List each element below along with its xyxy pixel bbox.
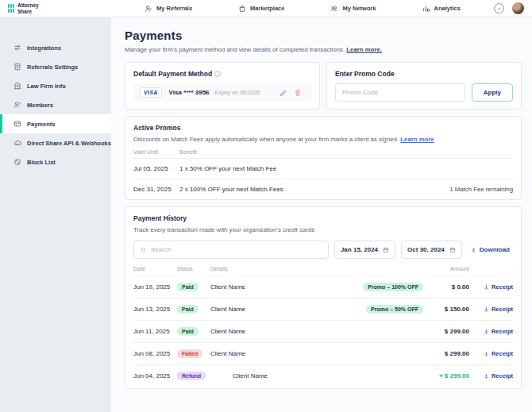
page-title: Payments xyxy=(125,29,522,42)
history-controls: Jan 15, 2024 Oct 30, 2024 Download xyxy=(133,241,513,259)
support-chat-icon[interactable]: = xyxy=(494,3,504,13)
marketplace-bag-icon xyxy=(238,5,246,13)
sidebar-item-label: Law Firm Info xyxy=(27,83,66,90)
receipt-link[interactable]: Receipt xyxy=(484,283,513,291)
brand-logo[interactable]: Attorney Share xyxy=(8,2,111,13)
edit-card-button[interactable] xyxy=(276,89,291,97)
nav-analytics[interactable]: Analytics xyxy=(422,5,461,13)
nav-label: My Network xyxy=(342,5,376,12)
sidebar-item-block-list[interactable]: Block List xyxy=(0,152,111,171)
cell-amount: $ 299.00 xyxy=(423,328,469,335)
nav-marketplace[interactable]: Marketplace xyxy=(238,5,284,13)
column-status: Status xyxy=(177,266,210,271)
download-label: Download xyxy=(480,246,510,253)
integrations-icon xyxy=(13,44,21,52)
card-expiry-label: Expiry on 08/2026 xyxy=(215,90,276,95)
sidebar-item-law-firm-info[interactable]: Law Firm Info xyxy=(0,76,111,95)
column-date: Date xyxy=(133,266,177,271)
date-from-value: Jan 15, 2024 xyxy=(341,246,378,253)
history-table-header: Date Status Details Amount xyxy=(133,266,513,275)
cell-amount: + $ 299.00 xyxy=(423,372,469,379)
cloud-api-icon xyxy=(13,139,21,147)
sidebar-item-direct-share-api[interactable]: Direct Share API & Webhooks xyxy=(0,133,111,152)
sidebar-item-referrals-settings[interactable]: Referrals Settings xyxy=(0,57,111,76)
promo-code-card: Enter Promo Code Apply xyxy=(326,62,522,110)
promo-code-input[interactable] xyxy=(335,83,465,102)
payment-history-table: Date Status Details Amount Jun 19, 2025 … xyxy=(133,266,513,387)
apply-promo-button[interactable]: Apply xyxy=(472,83,513,102)
active-promos-table: Valid Until Benefit Jul 05, 2025 1 x 50%… xyxy=(133,149,513,199)
brand-name-line1: Attorney xyxy=(17,2,39,8)
search-icon xyxy=(141,247,147,253)
search-box[interactable] xyxy=(133,241,329,259)
table-row: Jun 04, 2025 Refund Client Name + $ 299.… xyxy=(133,364,513,387)
table-row: Jun 13, 2025 Paid Client Name Promo – 50… xyxy=(133,298,513,320)
calendar-icon xyxy=(449,247,456,253)
payment-history-description: Track every transaction made with your o… xyxy=(133,226,513,233)
status-badge: Paid xyxy=(177,327,199,336)
nav-label: Analytics xyxy=(434,5,461,12)
delete-card-button[interactable] xyxy=(291,89,305,97)
sidebar-item-members[interactable]: Members xyxy=(0,95,111,114)
cell-date: Jun 08, 2025 xyxy=(133,350,177,357)
sidebar-item-label: Referrals Settings xyxy=(27,64,78,71)
download-icon xyxy=(471,247,476,252)
sidebar-item-integrations[interactable]: Integrations xyxy=(0,38,111,57)
building-icon xyxy=(13,82,21,90)
nav-my-network[interactable]: My Network xyxy=(330,5,376,13)
promo-badge: Promo – 50% OFF xyxy=(366,305,423,314)
cell-date: Jun 11, 2025 xyxy=(133,328,177,335)
download-button[interactable]: Download xyxy=(468,246,513,253)
receipt-label: Receipt xyxy=(492,372,513,379)
block-icon xyxy=(13,158,21,166)
default-payment-method-card: Default Payment Methodi VISA Visa **** 3… xyxy=(125,62,320,110)
receipt-link[interactable]: Receipt xyxy=(484,328,513,335)
sidebar-item-payments[interactable]: Payments xyxy=(0,114,111,133)
table-row: Jul 05, 2025 1 x 50% OFF your next Match… xyxy=(133,158,513,179)
nav-label: My Referrals xyxy=(156,5,192,12)
sidebar-item-label: Members xyxy=(27,102,53,109)
column-benefit: Benefit xyxy=(179,149,513,155)
date-to-picker[interactable]: Oct 30, 2024 xyxy=(401,241,462,259)
cell-valid-until: Jul 05, 2025 xyxy=(133,165,179,172)
main-content: Payments Manage your firm's payment meth… xyxy=(111,17,532,412)
table-row: Jun 19, 2025 Paid Client Name Promo – 10… xyxy=(133,275,513,298)
pencil-icon xyxy=(279,89,287,97)
learn-more-link[interactable]: Learn more. xyxy=(346,46,382,53)
download-icon xyxy=(484,329,489,334)
receipt-label: Receipt xyxy=(492,283,513,291)
user-avatar[interactable] xyxy=(512,2,524,14)
primary-nav: My Referrals Marketplace My Network Anal… xyxy=(111,5,494,13)
cell-amount: $ 299.00 xyxy=(423,350,469,357)
sidebar-item-label: Direct Share API & Webhooks xyxy=(27,140,111,147)
cell-details: Client Name xyxy=(210,306,361,313)
page-subtitle-text: Manage your firm's payment method and vi… xyxy=(125,46,345,53)
promos-learn-more-link[interactable]: Learn more xyxy=(400,136,434,143)
active-promos-title: Active Promos xyxy=(133,124,513,132)
date-to-value: Oct 30, 2024 xyxy=(407,246,445,253)
nav-my-referrals[interactable]: My Referrals xyxy=(145,5,192,13)
receipt-link[interactable]: Receipt xyxy=(484,372,513,379)
promo-badge: Promo – 100% OFF xyxy=(363,283,423,291)
date-from-picker[interactable]: Jan 15, 2024 xyxy=(334,241,395,259)
active-promos-card: Active Promos Discounts on Match Fees ap… xyxy=(125,116,522,200)
brand-name-line2: Share xyxy=(17,9,32,14)
receipt-link[interactable]: Receipt xyxy=(484,350,513,357)
top-right-actions: = xyxy=(494,2,524,14)
info-icon[interactable]: i xyxy=(214,71,221,77)
receipt-label: Receipt xyxy=(492,328,513,335)
brand-logo-icon xyxy=(8,4,14,13)
promos-table-header: Valid Until Benefit xyxy=(133,149,513,158)
receipt-link[interactable]: Receipt xyxy=(484,306,513,313)
column-amount: Amount xyxy=(423,266,469,271)
cell-amount: $ 150.00 xyxy=(423,306,469,313)
payment-history-card: Payment History Track every transaction … xyxy=(125,206,522,389)
status-badge: Paid xyxy=(177,305,199,314)
payment-method-title-text: Default Payment Method xyxy=(133,70,212,78)
search-input[interactable] xyxy=(151,246,322,253)
cell-date: Jun 19, 2025 xyxy=(133,283,177,291)
cell-benefit: 2 x 100% OFF your next Match Fees xyxy=(179,186,449,193)
page-subtitle: Manage your firm's payment method and vi… xyxy=(125,46,522,53)
download-icon xyxy=(484,306,489,312)
receipt-label: Receipt xyxy=(492,350,513,357)
